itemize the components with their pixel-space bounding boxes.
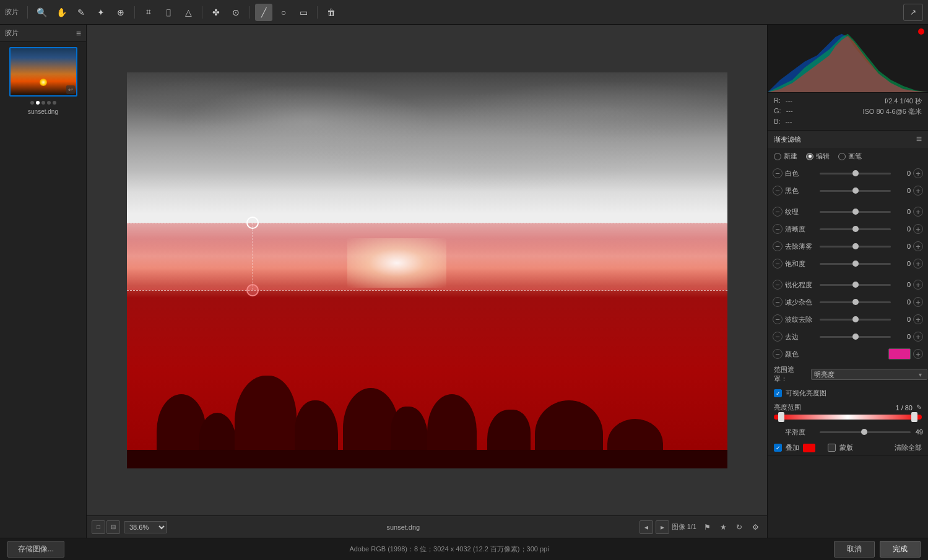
photo-canvas[interactable] (127, 72, 727, 468)
vis-brightness-checkbox[interactable] (774, 389, 782, 397)
dehaze-slider-thumb[interactable] (852, 243, 859, 249)
view-single-btn[interactable]: □ (92, 520, 105, 534)
moire-plus-btn[interactable]: + (913, 314, 923, 324)
defringe-slider-container[interactable] (820, 332, 891, 341)
white-slider-track (820, 173, 891, 174)
moire-minus-btn[interactable]: − (773, 314, 783, 324)
heal-tool[interactable]: ✤ (207, 4, 225, 21)
color-slider-label: 颜色 (785, 350, 817, 359)
zoom-tool[interactable]: 🔍 (33, 4, 50, 21)
clear-all-btn[interactable]: 清除全部 (895, 443, 922, 452)
range-mask-select[interactable]: 明亮度 无 颜色 深度 (811, 369, 927, 380)
clarity-plus-btn[interactable]: + (913, 224, 923, 234)
star-icon[interactable]: ★ (716, 520, 730, 534)
sample-tool[interactable]: ✦ (92, 4, 110, 21)
defringe-slider-thumb[interactable] (852, 334, 859, 340)
new-radio-text: 新建 (784, 152, 797, 161)
black-slider-track-container[interactable] (820, 186, 891, 195)
hand-tool[interactable]: ✋ (53, 4, 70, 21)
gradient-tool[interactable]: ▭ (295, 4, 312, 21)
saturation-plus-btn[interactable]: + (913, 259, 923, 269)
view-split-btn[interactable]: ⊟ (106, 520, 120, 534)
clarity-slider-thumb[interactable] (852, 226, 859, 232)
white-slider-track-container[interactable] (820, 169, 891, 178)
prev-image-btn[interactable]: ◂ (640, 520, 653, 534)
gradient-filter-header[interactable]: 渐变滤镜 ≡ (768, 131, 928, 148)
wb-tool[interactable]: ✎ (72, 4, 90, 21)
radial-tool[interactable]: ○ (275, 4, 292, 21)
color-swatch[interactable] (888, 348, 911, 360)
brush-tool[interactable]: ╱ (255, 4, 272, 21)
moire-slider-thumb[interactable] (852, 316, 859, 322)
edit-radio-label[interactable]: 编辑 (806, 152, 830, 161)
noise-minus-btn[interactable]: − (773, 297, 783, 307)
noise-slider-container[interactable] (820, 298, 891, 306)
dehaze-slider-container[interactable] (820, 242, 891, 251)
canvas-area: □ ⊟ 38.6% sunset.dng ◂ ▸ 图像 1/1 ⚑ ★ ↻ ⚙ (87, 25, 767, 538)
rotate-icon[interactable]: ↻ (732, 520, 746, 534)
white-plus-btn[interactable]: + (913, 168, 923, 178)
dehaze-minus-btn[interactable]: − (773, 241, 783, 251)
zoom-selector[interactable]: 38.6% (124, 521, 167, 533)
cancel-btn[interactable]: 取消 (834, 541, 875, 558)
straighten-tool[interactable]: ⌷ (160, 4, 177, 21)
black-slider-thumb[interactable] (852, 187, 859, 194)
moire-slider-container[interactable] (820, 315, 891, 324)
white-slider-row: − 白色 0 + (768, 165, 928, 182)
noise-plus-btn[interactable]: + (913, 297, 923, 307)
filmstrip-menu-btn[interactable]: ≡ (76, 28, 81, 38)
save-image-btn[interactable]: 存储图像... (7, 541, 64, 558)
screen-checkbox[interactable] (828, 444, 836, 452)
redeye-tool[interactable]: ⊙ (227, 4, 245, 21)
color-minus-btn[interactable]: − (773, 349, 783, 359)
dehaze-plus-btn[interactable]: + (913, 241, 923, 251)
overlay-label: 叠加 (786, 443, 799, 452)
done-btn[interactable]: 完成 (880, 541, 921, 558)
target-tool[interactable]: ⊕ (112, 4, 129, 21)
sharpness-slider-thumb[interactable] (852, 282, 859, 288)
texture-slider-thumb[interactable] (852, 209, 859, 215)
brightness-range-picker-icon[interactable]: ✎ (916, 403, 922, 411)
black-slider-value: 0 (893, 187, 911, 194)
black-plus-btn[interactable]: + (913, 186, 923, 196)
noise-slider-thumb[interactable] (852, 299, 859, 305)
overlay-checkbox[interactable] (774, 444, 782, 452)
texture-slider-container[interactable] (820, 207, 891, 216)
smoothness-slider-container[interactable] (820, 428, 911, 436)
new-radio-label[interactable]: 新建 (774, 152, 797, 161)
black-minus-btn[interactable]: − (773, 186, 783, 196)
export-btn[interactable]: ↗ (903, 4, 923, 21)
flag-icon[interactable]: ⚑ (700, 520, 714, 534)
sharpness-slider-container[interactable] (820, 280, 891, 289)
settings-icon[interactable]: ⚙ (748, 520, 762, 534)
white-minus-btn[interactable]: − (773, 168, 783, 178)
color-plus-btn[interactable]: + (913, 349, 923, 359)
crop-tool[interactable]: ⌗ (140, 4, 157, 21)
defringe-minus-btn[interactable]: − (773, 332, 783, 342)
next-image-btn[interactable]: ▸ (656, 520, 669, 534)
control-point-top[interactable] (246, 217, 259, 229)
texture-minus-btn[interactable]: − (773, 207, 783, 217)
saturation-minus-btn[interactable]: − (773, 259, 783, 269)
smoothness-slider-thumb[interactable] (861, 429, 867, 435)
saturation-slider-thumb[interactable] (852, 261, 859, 267)
brightness-range-handle-left[interactable] (778, 412, 784, 422)
brightness-range-right: 1 / 80 ✎ (895, 403, 922, 411)
trash-tool[interactable]: 🗑 (323, 4, 340, 21)
control-point-mid[interactable] (246, 284, 259, 296)
saturation-slider-container[interactable] (820, 259, 891, 268)
brush-radio-circle (838, 153, 846, 160)
sharpness-minus-btn[interactable]: − (773, 280, 783, 290)
white-slider-thumb[interactable] (852, 170, 859, 176)
film-thumbnail[interactable]: ↩ (9, 47, 77, 97)
defringe-plus-btn[interactable]: + (913, 332, 923, 342)
transform-tool[interactable]: △ (180, 4, 197, 21)
clarity-minus-btn[interactable]: − (773, 224, 783, 234)
brightness-range-handle-right[interactable] (911, 412, 917, 422)
clarity-slider-container[interactable] (820, 225, 891, 233)
texture-plus-btn[interactable]: + (913, 207, 923, 217)
brightness-range-slider-track[interactable] (774, 415, 922, 420)
sharpness-plus-btn[interactable]: + (913, 280, 923, 290)
overlay-color-swatch[interactable] (803, 444, 815, 452)
brush-radio-label[interactable]: 画笔 (838, 152, 862, 161)
